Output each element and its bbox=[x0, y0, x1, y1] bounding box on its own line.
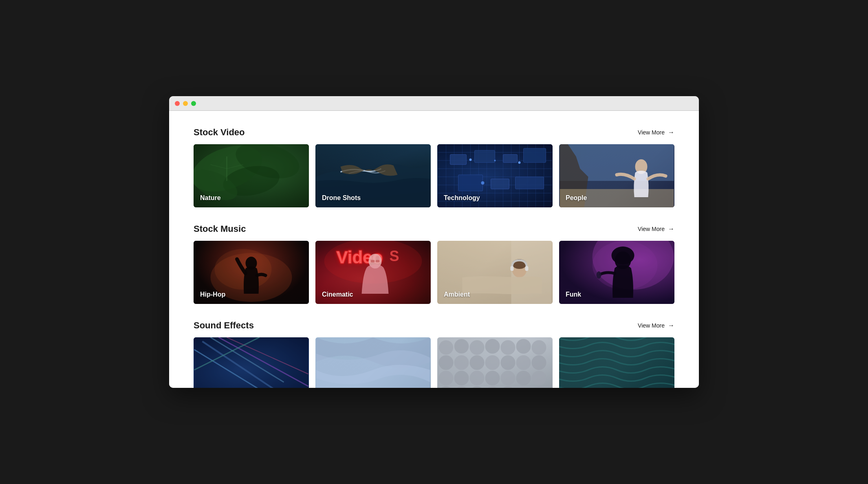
svg-point-62 bbox=[597, 271, 601, 279]
card-people[interactable]: People bbox=[559, 144, 674, 207]
svg-point-82 bbox=[516, 355, 531, 370]
svg-point-85 bbox=[454, 371, 469, 385]
arrow-icon-music: → bbox=[668, 225, 674, 233]
maximize-button[interactable] bbox=[191, 101, 196, 106]
svg-point-94 bbox=[485, 386, 500, 388]
close-button[interactable] bbox=[175, 101, 180, 106]
svg-point-87 bbox=[485, 371, 500, 385]
svg-point-70 bbox=[439, 340, 454, 355]
svg-rect-31 bbox=[524, 148, 546, 163]
browser-content[interactable]: Stock Video View More → bbox=[169, 111, 699, 388]
view-more-sfx-label: View More bbox=[638, 322, 665, 329]
svg-point-37 bbox=[518, 161, 521, 164]
view-more-music-label: View More bbox=[638, 226, 665, 232]
svg-rect-30 bbox=[503, 154, 518, 163]
svg-point-76 bbox=[532, 340, 546, 355]
view-more-video-label: View More bbox=[638, 129, 665, 136]
svg-point-74 bbox=[501, 340, 516, 355]
svg-point-93 bbox=[470, 386, 485, 388]
svg-point-77 bbox=[439, 355, 454, 370]
svg-rect-69 bbox=[194, 337, 308, 388]
view-more-sfx[interactable]: View More → bbox=[638, 322, 674, 329]
svg-point-88 bbox=[501, 371, 516, 385]
card-sfx-3[interactable] bbox=[437, 337, 553, 388]
svg-rect-33 bbox=[491, 179, 509, 189]
svg-text:S: S bbox=[390, 248, 399, 264]
section-header-music: Stock Music View More → bbox=[194, 224, 674, 234]
svg-point-75 bbox=[516, 339, 531, 354]
sfx1-svg bbox=[194, 337, 309, 388]
sfx3-svg bbox=[437, 337, 553, 388]
card-sfx-2[interactable] bbox=[315, 337, 431, 388]
card-sfx-1[interactable] bbox=[194, 337, 309, 388]
card-hiphop[interactable]: Hip-Hop bbox=[194, 241, 309, 304]
svg-point-86 bbox=[470, 371, 485, 385]
svg-rect-50 bbox=[371, 260, 375, 262]
card-hiphop-label: Hip-Hop bbox=[200, 291, 225, 298]
svg-point-80 bbox=[485, 355, 500, 370]
card-nature-label: Nature bbox=[200, 194, 221, 202]
section-header-video: Stock Video View More → bbox=[194, 127, 674, 138]
svg-point-89 bbox=[516, 371, 531, 385]
browser-titlebar bbox=[169, 96, 699, 111]
card-funk[interactable]: Funk bbox=[559, 241, 674, 304]
svg-rect-32 bbox=[458, 175, 483, 191]
sfx4-svg bbox=[559, 337, 674, 388]
arrow-icon-sfx: → bbox=[668, 322, 674, 329]
view-more-music[interactable]: View More → bbox=[638, 225, 674, 233]
card-cinematic[interactable]: Video Video S Cinematic bbox=[315, 241, 431, 304]
svg-point-96 bbox=[516, 386, 531, 388]
svg-point-71 bbox=[454, 339, 469, 354]
section-stock-video: Stock Video View More → bbox=[194, 127, 674, 207]
svg-point-97 bbox=[532, 386, 546, 388]
svg-point-95 bbox=[501, 386, 516, 388]
card-cinematic-label: Cinematic bbox=[322, 291, 353, 298]
card-sfx-4[interactable] bbox=[559, 337, 674, 388]
svg-rect-29 bbox=[475, 150, 495, 163]
svg-point-83 bbox=[532, 355, 546, 370]
svg-point-90 bbox=[532, 371, 546, 385]
svg-rect-51 bbox=[376, 260, 380, 262]
svg-point-91 bbox=[439, 386, 454, 388]
section-title-video: Stock Video bbox=[194, 127, 245, 138]
card-drone-shots[interactable]: Drone Shots bbox=[315, 144, 431, 207]
svg-point-38 bbox=[481, 181, 485, 185]
view-more-video[interactable]: View More → bbox=[638, 129, 674, 136]
arrow-icon-video: → bbox=[668, 129, 674, 136]
svg-point-35 bbox=[469, 158, 472, 161]
svg-rect-28 bbox=[450, 154, 467, 165]
section-header-sfx: Sound Effects View More → bbox=[194, 320, 674, 331]
card-funk-label: Funk bbox=[566, 291, 581, 298]
svg-rect-34 bbox=[516, 177, 544, 189]
card-technology[interactable]: Technology bbox=[437, 144, 553, 207]
svg-point-36 bbox=[494, 160, 496, 161]
music-cards-grid: Hip-Hop Video Video S bbox=[194, 241, 674, 304]
svg-rect-57 bbox=[525, 266, 529, 271]
video-cards-grid: Nature Drone bbox=[194, 144, 674, 207]
card-drone-label: Drone Shots bbox=[322, 194, 361, 202]
sfx2-svg bbox=[315, 337, 431, 388]
section-sound-effects: Sound Effects View More → bbox=[194, 320, 674, 388]
card-ambient-label: Ambient bbox=[444, 291, 470, 298]
svg-point-73 bbox=[485, 339, 500, 354]
svg-point-81 bbox=[501, 355, 516, 370]
svg-rect-56 bbox=[511, 266, 514, 271]
svg-point-92 bbox=[454, 386, 469, 388]
svg-point-79 bbox=[470, 355, 485, 370]
section-title-sfx: Sound Effects bbox=[194, 320, 254, 331]
section-stock-music: Stock Music View More → bbox=[194, 224, 674, 304]
svg-point-72 bbox=[470, 340, 485, 355]
section-title-music: Stock Music bbox=[194, 224, 246, 234]
card-tech-label: Technology bbox=[444, 194, 480, 202]
svg-point-61 bbox=[612, 246, 634, 264]
minimize-button[interactable] bbox=[183, 101, 188, 106]
card-people-label: People bbox=[566, 194, 587, 202]
sfx-cards-grid bbox=[194, 337, 674, 388]
svg-point-84 bbox=[439, 371, 454, 385]
card-ambient[interactable]: Ambient bbox=[437, 241, 553, 304]
svg-point-78 bbox=[454, 355, 469, 370]
browser-window: Stock Video View More → bbox=[169, 96, 699, 388]
card-nature[interactable]: Nature bbox=[194, 144, 309, 207]
